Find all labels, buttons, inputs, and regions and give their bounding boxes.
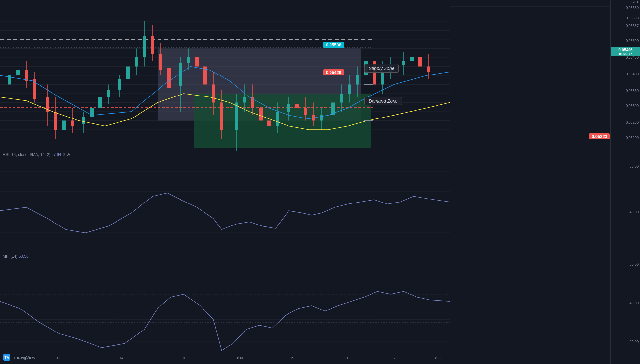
- rsi-axis: 60.00 40.00: [610, 151, 640, 253]
- mfi-chart-canvas: [0, 253, 450, 364]
- currency-label: USDT: [629, 0, 639, 4]
- support-price-badge: 0.05223: [589, 133, 610, 139]
- price-level-9: 0.05200: [626, 136, 639, 139]
- price-level-2: 0.05557: [626, 24, 639, 28]
- x-label-7: 23: [394, 356, 397, 360]
- tv-logo-icon: TV: [3, 354, 10, 361]
- tradingview-logo: TV TradingView: [3, 354, 35, 361]
- x-label-2: 14: [119, 356, 123, 360]
- mfi-level-20: 20.00: [629, 340, 639, 344]
- price-axis: 0.05650 0.05598 0.05557 0.05500 0.05450 …: [610, 0, 640, 151]
- rsi-level-60: 60.00: [629, 164, 639, 168]
- demand-price-badge: 0.05429: [323, 69, 344, 75]
- mfi-level-40: 40.00: [629, 301, 639, 305]
- x-label-3: 16: [182, 356, 186, 360]
- x-axis: 13:30 12 14 16 13:30 19 21 23 13:30: [0, 356, 450, 364]
- chart-container: AMBCrypto_TA published on TradingView.co…: [0, 0, 640, 364]
- price-level-8: 0.05250: [626, 120, 639, 124]
- price-level-3: 0.05500: [626, 39, 639, 43]
- mfi-level-60: 60.00: [629, 262, 639, 266]
- rsi-level-40: 40.00: [629, 210, 639, 214]
- svg-text:TV: TV: [4, 355, 9, 360]
- price-level-0: 0.05650: [626, 6, 639, 10]
- supply-price-badge: 0.05538: [323, 42, 344, 48]
- x-label-1: 12: [56, 356, 60, 360]
- demand-zone-label: Demand Zone: [364, 97, 402, 105]
- x-label-4: 13:30: [234, 356, 243, 360]
- mfi-indicator-label: MFI (14) 60.56: [3, 254, 29, 259]
- x-label-5: 19: [290, 356, 294, 360]
- price-level-7: 0.05300: [626, 104, 639, 108]
- x-label-8: 13:30: [432, 356, 441, 360]
- current-price-badge: 0.05496 01:20:07: [611, 47, 640, 56]
- price-level-1: 0.05598: [626, 16, 639, 20]
- x-label-6: 21: [344, 356, 348, 360]
- mfi-axis: 60.00 40.00 20.00: [610, 253, 640, 364]
- supply-zone-label: Supply Zone: [364, 64, 399, 73]
- price-level-6: 0.05350: [626, 89, 639, 93]
- price-level-5: 0.05400: [626, 72, 639, 76]
- rsi-chart-canvas: [0, 151, 450, 253]
- rsi-indicator-label: RSI (14, close, SMA, 14, 2) 57.94 ⊘ ⊘: [3, 152, 70, 157]
- main-chart-canvas: [0, 0, 450, 151]
